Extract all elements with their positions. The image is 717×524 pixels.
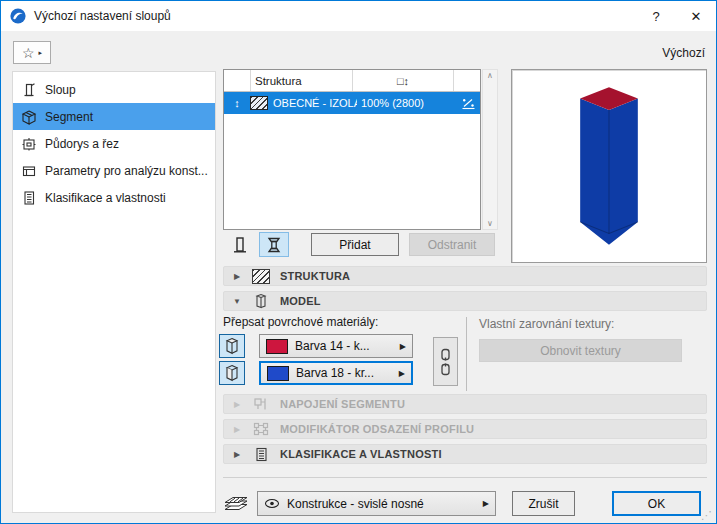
header-spacer-2 <box>454 70 480 91</box>
plain-column-toggle[interactable] <box>225 232 255 257</box>
fill-hatch-swatch <box>250 96 268 110</box>
section-label: KLASIFIKACE A VLASTNOSTI <box>280 448 442 460</box>
chain-link-icon <box>439 348 452 376</box>
cancel-button[interactable]: Zrušit <box>512 491 575 516</box>
sidebar-item-label: Klasifikace a vlastnosti <box>45 191 166 205</box>
material-dropdown-side[interactable]: Barva 18 - kr... ▶ <box>259 361 413 385</box>
eye-icon <box>264 498 280 509</box>
link-materials-button[interactable] <box>433 337 458 386</box>
section-label: STRUKTURA <box>280 270 350 282</box>
material-label: Barva 14 - k... <box>295 339 370 353</box>
layers-icon <box>223 493 249 515</box>
add-button[interactable]: Přidat <box>311 233 399 256</box>
table-header: Struktura □↕ <box>224 70 480 92</box>
table-scrollbar[interactable]: ∧ ∨ <box>482 69 498 230</box>
color-swatch-red <box>266 339 288 354</box>
document-lines-icon <box>252 447 270 462</box>
flyout-arrow-icon: ▸ <box>39 49 43 57</box>
override-materials-label: Přepsat povrchové materiály: <box>223 315 378 329</box>
sidebar-item-klasifikace[interactable]: Klasifikace a vlastnosti <box>13 184 215 211</box>
section-struktura[interactable]: ▶ STRUKTURA <box>223 266 707 286</box>
header-struktura: Struktura <box>251 70 353 91</box>
close-button[interactable]: ✕ <box>676 1 716 31</box>
column-preview[interactable] <box>511 69 707 263</box>
chevron-right-icon: ▶ <box>232 450 242 459</box>
section-modifikator: ▶ MODIFIKÁTOR ODSAZENÍ PROFILU <box>223 419 707 439</box>
footer-separator <box>223 477 707 478</box>
sidebar-item-label: Segment <box>45 110 93 124</box>
plan-section-icon <box>21 136 37 152</box>
section-label: MODEL <box>280 295 321 307</box>
sidebar-item-label: Parametry pro analýzu konst... <box>45 164 208 178</box>
star-icon: ☆ <box>22 46 35 60</box>
resize-grip[interactable]: ⋰ <box>701 509 712 522</box>
title-bar: Výchozí nastavení sloupů ? ✕ <box>1 1 716 31</box>
material-dropdown-top[interactable]: Barva 14 - k... ▶ <box>259 334 413 358</box>
sidebar-item-pudorys[interactable]: Půdorys a řez <box>13 130 215 157</box>
section-label: NAPOJENÍ SEGMENTU <box>280 398 405 410</box>
segment-cube-icon <box>21 109 37 125</box>
layer-name: Konstrukce - svislé nosné <box>287 497 424 511</box>
scroll-up-icon[interactable]: ∧ <box>483 71 497 80</box>
section-napojeni: ▶ NAPOJENÍ SEGMENTU <box>223 394 707 414</box>
side-surface-toggle[interactable] <box>219 361 245 385</box>
dropdown-arrow-icon: ▶ <box>400 342 406 351</box>
profile-offset-icon <box>252 422 270 436</box>
cube-top-icon <box>224 337 240 355</box>
cube-side-icon <box>224 364 240 382</box>
default-button[interactable]: Výchozí <box>662 46 705 60</box>
reset-texture-button: Obnovit textury <box>479 339 682 362</box>
chevron-right-icon: ▶ <box>232 272 242 281</box>
chevron-down-icon: ▼ <box>232 297 242 306</box>
color-swatch-blue <box>267 366 289 381</box>
sidebar-item-parametry[interactable]: Parametry pro analýzu konst... <box>13 157 215 184</box>
material-name: OBECNÉ - IZOLAČNÍ M... <box>273 97 357 109</box>
hatch-icon <box>252 269 270 284</box>
top-surface-toggle[interactable] <box>219 334 245 358</box>
texture-alignment-label: Vlastní zarovnání textury: <box>479 317 614 331</box>
vertical-divider <box>466 317 467 391</box>
row-reorder-icon[interactable]: ↕ <box>224 97 250 109</box>
segment-height-value: 100% (2800) <box>357 97 456 109</box>
sidebar-item-segment[interactable]: Segment <box>13 103 215 130</box>
analysis-params-icon <box>21 163 37 179</box>
prism-icon <box>252 293 270 309</box>
column-preview-graphic <box>529 79 689 254</box>
archicad-logo-icon <box>10 8 26 24</box>
sidebar-item-label: Sloup <box>45 83 76 97</box>
chevron-right-icon: ▶ <box>232 425 242 434</box>
column-icon <box>21 82 37 98</box>
edit-dimension-icon[interactable] <box>456 97 480 110</box>
chevron-right-icon: ▶ <box>232 400 242 409</box>
favorites-button[interactable]: ☆ ▸ <box>13 41 51 64</box>
capital-column-icon <box>264 235 284 255</box>
layer-dropdown[interactable]: Konstrukce - svislé nosné ▶ <box>257 491 496 516</box>
dropdown-arrow-icon: ▶ <box>483 499 489 508</box>
segment-join-icon <box>252 397 270 411</box>
sidebar-item-sloup[interactable]: Sloup <box>13 76 215 103</box>
settings-sidebar: Sloup Segment Půdorys a řez Parametry pr… <box>12 71 216 513</box>
capital-column-toggle[interactable] <box>259 232 289 257</box>
header-spacer <box>224 70 251 91</box>
document-lines-icon <box>21 190 37 206</box>
sidebar-item-label: Půdorys a řez <box>45 137 119 151</box>
section-label: MODIFIKÁTOR ODSAZENÍ PROFILU <box>280 423 474 435</box>
plain-column-icon <box>230 235 250 255</box>
column-settings-dialog: Výchozí nastavení sloupů ? ✕ ☆ ▸ Výchozí… <box>0 0 717 524</box>
material-label: Barva 18 - kr... <box>296 366 374 380</box>
ok-button[interactable]: OK <box>612 491 701 516</box>
section-klasifikace[interactable]: ▶ KLASIFIKACE A VLASTNOSTI <box>223 444 707 464</box>
remove-button: Odstranit <box>409 233 495 256</box>
section-model[interactable]: ▼ MODEL <box>223 291 707 311</box>
dropdown-arrow-icon: ▶ <box>399 369 405 378</box>
help-button[interactable]: ? <box>636 1 676 31</box>
table-row[interactable]: ↕ OBECNÉ - IZOLAČNÍ M... 100% (2800) <box>224 92 480 114</box>
header-height-icon: □↕ <box>353 70 454 91</box>
segment-structure-table: Struktura □↕ ↕ OBECNÉ - IZOLAČNÍ M... 10… <box>223 69 481 230</box>
scroll-down-icon[interactable]: ∨ <box>483 219 497 228</box>
dialog-title: Výchozí nastavení sloupů <box>34 9 171 23</box>
